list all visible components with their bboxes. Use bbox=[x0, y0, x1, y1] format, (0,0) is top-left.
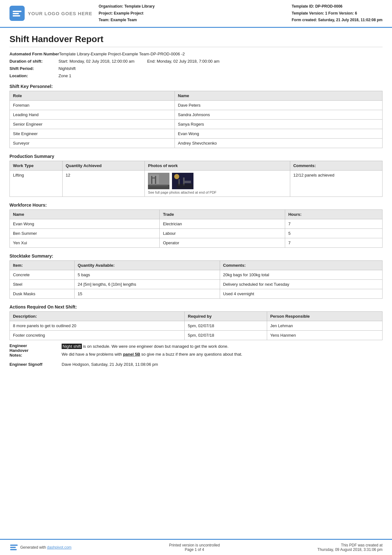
st-comments-cell: 20kg bags for 100kg total bbox=[220, 270, 383, 279]
stocktake-header-row: Item: Quantity Available: Comments: bbox=[10, 260, 383, 270]
photo-caption: See full page photos attached at end of … bbox=[148, 190, 286, 194]
col-name: Name bbox=[175, 91, 382, 100]
stocktake-table: Item: Quantity Available: Comments: Conc… bbox=[9, 260, 383, 299]
duration-row: Duration of shift: Start: Monday, 02 Jul… bbox=[9, 59, 383, 64]
engineer-note1-after: is on schedule. We were one engineer dow… bbox=[82, 344, 229, 349]
team-label: Team: bbox=[99, 18, 109, 22]
action-desc-cell: Footer concreting bbox=[10, 330, 185, 340]
production-title: Production Summary bbox=[9, 154, 383, 159]
dashpivot-link[interactable]: dashpivot.com bbox=[47, 545, 71, 550]
col-item: Item: bbox=[10, 260, 75, 270]
st-item-cell: Steel bbox=[10, 279, 75, 289]
signoff-label: Engineer Signoff bbox=[9, 362, 58, 367]
svg-rect-14 bbox=[177, 184, 193, 189]
night-photo bbox=[172, 173, 193, 189]
svg-rect-0 bbox=[13, 11, 21, 12]
table-row: Senior Engineer Sanya Rogers bbox=[10, 119, 383, 129]
location-label: Location: bbox=[9, 73, 58, 78]
logo-icon bbox=[9, 6, 25, 21]
photos-cell: See full page photos attached at end of … bbox=[145, 170, 290, 196]
panel-5b-link[interactable]: panel 5B bbox=[123, 352, 140, 357]
quantity-cell: 12 bbox=[62, 170, 144, 196]
form-version-label: Form Version: bbox=[328, 11, 354, 16]
st-item-cell: Concrete bbox=[10, 270, 75, 279]
duration-values: Start: Monday, 02 July 2018, 12:00:00 am… bbox=[58, 59, 383, 64]
table-row: Surveyor Andrey Shevchcenko bbox=[10, 138, 383, 148]
name-cell: Andrey Shevchcenko bbox=[175, 138, 382, 148]
wf-hours-cell: 5 bbox=[285, 228, 382, 238]
table-row: Lifting 12 bbox=[10, 170, 383, 196]
form-version-value: 6 bbox=[355, 11, 357, 16]
st-item-cell: Dusk Masks bbox=[10, 289, 75, 298]
wf-name-cell: Evan Wong bbox=[10, 219, 160, 228]
table-row: Leading Hand Sandra Johnsons bbox=[10, 110, 383, 119]
table-row: Evan Wong Electrician 7 bbox=[10, 219, 383, 228]
production-comments-cell: 12/12 panels achieved bbox=[290, 170, 382, 196]
footer-logo-icon bbox=[9, 543, 18, 552]
col-work-type: Work Type bbox=[10, 161, 63, 170]
col-trade: Trade bbox=[160, 209, 285, 219]
report-title: Shift Handover Report bbox=[9, 34, 383, 47]
wf-trade-cell: Operator bbox=[160, 238, 285, 247]
workforce-header-row: Name Trade Hours: bbox=[10, 209, 383, 219]
footer: Generated with dashpivot.com Printed ver… bbox=[0, 539, 392, 555]
svg-rect-16 bbox=[10, 545, 18, 546]
action-desc-cell: 8 more panels to get to outlined 20 bbox=[10, 321, 185, 330]
duration-label: Duration of shift: bbox=[9, 59, 58, 64]
main-content: Shift Handover Report Automated Form Num… bbox=[0, 28, 392, 539]
location-row: Location: Zone 1 bbox=[9, 73, 383, 78]
col-quantity-achieved: Quantity Achieved bbox=[62, 161, 144, 170]
action-person-cell: Yens Hanmen bbox=[267, 330, 382, 340]
st-comments-cell: Delivery scheduled for next Tuesday bbox=[220, 279, 383, 289]
wf-name-cell: Yen Xui bbox=[10, 238, 160, 247]
table-row: Concrete 5 bags 20kg bags for 100kg tota… bbox=[10, 270, 383, 279]
project-value: Example Project bbox=[114, 11, 143, 16]
highlight-night-shift: Night shift bbox=[62, 344, 82, 349]
svg-rect-5 bbox=[151, 176, 152, 184]
action-required-cell: 5pm, 02/07/18 bbox=[185, 330, 267, 340]
form-number-value: Template Library-Example Project-Example… bbox=[59, 52, 383, 56]
col-wf-name: Name bbox=[10, 209, 160, 219]
st-qty-cell: 5 bags bbox=[74, 270, 220, 279]
name-cell: Sandra Johnsons bbox=[175, 110, 382, 119]
form-number-row: Automated Form Number Template Library-E… bbox=[9, 52, 383, 56]
header-meta: Organisation: Template Library Project: … bbox=[99, 3, 285, 24]
header: YOUR LOGO GOES HERE Organisation: Templa… bbox=[0, 0, 392, 28]
personnel-title: Shift Key Personnel: bbox=[9, 84, 383, 89]
footer-generated-text: Generated with dashpivot.com bbox=[20, 545, 71, 550]
col-qty-available: Quantity Available: bbox=[74, 260, 220, 270]
role-cell: Surveyor bbox=[10, 138, 175, 148]
logo-area: YOUR LOGO GOES HERE bbox=[9, 3, 92, 24]
table-row: Footer concreting 5pm, 02/07/18 Yens Han… bbox=[10, 330, 383, 340]
st-qty-cell: 24 [5m] lengths, 6 [10m] lengths bbox=[74, 279, 220, 289]
actions-header-row: Description: Required by Person Responsi… bbox=[10, 311, 383, 321]
footer-center-line1: Printed version is uncontrolled bbox=[169, 543, 220, 547]
generated-prefix: Generated with bbox=[20, 545, 47, 550]
col-hours: Hours: bbox=[285, 209, 382, 219]
version-row: Template Version: 1 Form Version: 6 bbox=[292, 10, 383, 17]
svg-rect-9 bbox=[150, 185, 168, 186]
team-value: Example Team bbox=[111, 18, 137, 22]
template-id-value: DP-PROD-0006 bbox=[315, 4, 342, 9]
personnel-header-row: Role Name bbox=[10, 91, 383, 100]
shift-period-row: Shift Period: Nightshift bbox=[9, 66, 383, 71]
svg-rect-4 bbox=[150, 174, 159, 184]
svg-rect-2 bbox=[13, 15, 20, 16]
action-person-cell: Jen Lehman bbox=[267, 321, 382, 330]
table-row: Steel 24 [5m] lengths, 6 [10m] lengths D… bbox=[10, 279, 383, 289]
table-row: Ben Summer Labour 5 bbox=[10, 228, 383, 238]
engineer-signoff-section: Engineer Signoff Dave Hodgson, Saturday,… bbox=[9, 362, 383, 367]
template-id-label: Template ID: bbox=[292, 4, 314, 9]
team-row: Team: Example Team bbox=[99, 17, 285, 24]
svg-rect-17 bbox=[10, 547, 16, 548]
personnel-table: Role Name Foreman Dave Peters Leading Ha… bbox=[9, 91, 383, 148]
table-row: Yen Xui Operator 7 bbox=[10, 238, 383, 247]
col-person-responsible: Person Responsible bbox=[267, 311, 382, 321]
svg-rect-7 bbox=[151, 178, 156, 178]
project-row: Project: Example Project bbox=[99, 10, 285, 17]
form-number-label: Automated Form Number bbox=[9, 52, 59, 56]
col-st-comments: Comments: bbox=[220, 260, 383, 270]
duration-end: End: Monday, 02 July 2018, 7:00:00 am bbox=[147, 59, 219, 64]
shift-period-value: Nightshift bbox=[58, 66, 383, 71]
form-created-label: Form created: bbox=[292, 18, 317, 22]
